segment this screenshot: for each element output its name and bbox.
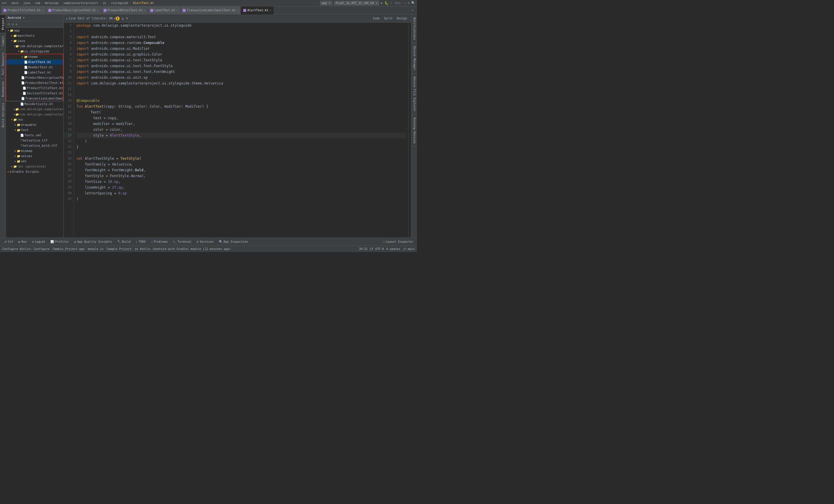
- tree-item-alerttext[interactable]: 📄 AlertText.kt: [6, 59, 63, 65]
- tab-product-detail[interactable]: ProductDetailText.kt ×: [101, 6, 148, 15]
- tree-item-manifests[interactable]: ▶ 📁 manifests: [6, 33, 63, 38]
- tree-item-android-test[interactable]: ▶ 📁 com.delasign.samplestarterproject (a…: [6, 107, 63, 112]
- tree-item-headertext[interactable]: 📄 HeaderText.kt: [6, 65, 63, 70]
- tab-product-title[interactable]: ProductTitleText.kt ×: [1, 6, 46, 15]
- tree-item-app[interactable]: ▼ 📁 app: [6, 28, 63, 33]
- tree-item-values[interactable]: ▶ 📁 values: [6, 153, 63, 159]
- device-manager-tab[interactable]: Device Manager: [412, 43, 417, 73]
- tree-item-fontsxml[interactable]: 📄 fonts.xml: [6, 133, 63, 138]
- xml-file-icon: 📄: [20, 134, 24, 137]
- tree-item-com-delasign[interactable]: ▼ 📁 com.delasign.samplestarterproject: [6, 43, 63, 49]
- breadcrumb-src[interactable]: src: [2, 1, 7, 5]
- split-view-btn[interactable]: Split: [382, 16, 394, 21]
- tree-item-ui-styleguide[interactable]: ▼ 📁 ui.styleguide: [6, 49, 63, 54]
- tab-close-alert-text[interactable]: ×: [270, 9, 271, 12]
- project-tab[interactable]: Project: [0, 15, 5, 33]
- todo-bottom-tab[interactable]: ✓ TODO: [133, 238, 148, 246]
- breadcrumb-com[interactable]: com: [35, 1, 40, 5]
- build-bottom-tab[interactable]: 🔨 Build: [115, 238, 133, 246]
- tree-item-xml[interactable]: ▶ 📁 xml: [6, 159, 63, 164]
- tree-item-producttitle[interactable]: 📄 ProductTitleText.kt: [6, 85, 63, 91]
- breadcrumb-styleguide[interactable]: styleguide: [111, 1, 128, 5]
- tree-item-sectiontitle[interactable]: 📄 SectionTitleText.kt: [6, 91, 63, 96]
- settings-icon[interactable]: ⚙: [408, 1, 410, 5]
- tree-item-transactionlabel[interactable]: 📄 TransactionLabelSmallText.kt: [6, 96, 63, 101]
- code-view-btn[interactable]: Code: [371, 16, 382, 21]
- cursor-position[interactable]: 20:32: [359, 247, 368, 251]
- settings-panel-icon[interactable]: ⚙: [15, 22, 18, 27]
- git-bottom-tab[interactable]: ⎇ Git: [1, 238, 16, 246]
- tree-item-productdetail[interactable]: 📄 ProductDetailText.kt: [6, 80, 63, 85]
- layout-inspector-tab[interactable]: ⬚ Layout Inspector: [380, 238, 416, 246]
- tab-transaction-label[interactable]: TransactionLabelSmallText.kt ×: [180, 6, 241, 15]
- run-bottom-tab[interactable]: ▶ Run: [16, 238, 29, 246]
- profiler-bottom-tab[interactable]: 📊 Profiler: [48, 238, 71, 246]
- tree-item-helvetica-bold-ttf[interactable]: T helvetica_bold.ttf: [6, 143, 63, 148]
- design-view-btn[interactable]: Design: [395, 16, 409, 21]
- down-arrow[interactable]: ▼: [126, 17, 128, 20]
- tab-product-desc[interactable]: ProductDescriptionText.kt ×: [46, 6, 101, 15]
- tab-close-transaction-label[interactable]: ×: [237, 9, 238, 12]
- services-bottom-tab[interactable]: ⚙ Services: [195, 238, 216, 246]
- tab-close-label-text[interactable]: ×: [176, 9, 178, 12]
- tab-close-product-title[interactable]: ×: [42, 9, 43, 12]
- live-edit-toggle[interactable]: ✏ Live Edit of literals: ON ▾: [66, 17, 115, 20]
- code-line-22: }: [76, 144, 406, 150]
- app-inspection-tab[interactable]: 🔍 App Inspection: [217, 238, 250, 246]
- breadcrumb-delasign[interactable]: delasign: [45, 1, 59, 5]
- bookmarks-tab[interactable]: Bookmarks: [0, 78, 5, 100]
- tree-item-helvetica-ttf[interactable]: T helvetica.ttf: [6, 138, 63, 143]
- search-icon[interactable]: 🔍: [411, 1, 415, 5]
- profile-btn[interactable]: ⚡: [390, 1, 392, 5]
- tree-item-productdesc[interactable]: 📄 ProductDescriptionText.kt: [6, 75, 63, 80]
- editor-area: ✏ Live Edit of literals: ON ▾ 1 ▲ ▼ Code…: [64, 15, 411, 237]
- running-devices-tab[interactable]: Running Devices: [412, 115, 417, 147]
- recent-files-btn[interactable]: ▾: [410, 8, 415, 13]
- breadcrumb-project[interactable]: samplestarterproject: [63, 1, 98, 5]
- terminal-bottom-tab[interactable]: >_ Terminal: [171, 238, 194, 246]
- tab-alert-text[interactable]: AlertText.kt ×: [241, 6, 273, 15]
- indent-info[interactable]: 4 spaces: [386, 247, 400, 251]
- tree-item-java[interactable]: ▼ 📁 java: [6, 38, 63, 43]
- tree-item-res-generated[interactable]: ▶ 📁 res (generated): [6, 164, 63, 169]
- tree-item-res[interactable]: ▼ 📁 res: [6, 117, 63, 122]
- problems-bottom-tab[interactable]: ⚠ Problems: [149, 238, 170, 246]
- code-content[interactable]: package com.delasign.samplestarterprojec…: [74, 23, 408, 237]
- status-right: 20:32 LF UTF-8 4 spaces ⎇ main: [359, 247, 415, 251]
- build-variants-tab[interactable]: Build Variants: [0, 100, 5, 130]
- tree-item-mainactivity[interactable]: 📄 MainActivity.kt: [6, 101, 63, 107]
- tree-item-mipmap[interactable]: ▶ 📁 mipmap: [6, 148, 63, 153]
- up-arrow[interactable]: ▲: [122, 17, 124, 20]
- pull-requests-tab[interactable]: Pull Requests: [0, 49, 5, 78]
- tab-close-product-detail[interactable]: ×: [144, 9, 145, 12]
- device-file-explorer-tab[interactable]: Device File Explorer: [412, 74, 417, 115]
- collapse-icon[interactable]: ⊟: [11, 22, 15, 27]
- breadcrumb-java[interactable]: java: [23, 1, 30, 5]
- run-config-dropdown[interactable]: app ▾: [320, 1, 332, 5]
- breadcrumb-main[interactable]: main: [12, 1, 19, 5]
- debug-btn[interactable]: 🐛: [385, 1, 389, 5]
- git-branch[interactable]: ⎇ main: [402, 247, 415, 251]
- breadcrumb-ui[interactable]: ui: [103, 1, 106, 5]
- commit-tab[interactable]: Commit: [0, 33, 5, 49]
- tree-item-test[interactable]: ▶ 📁 com.delasign.samplestarterproject (t…: [6, 112, 63, 117]
- git-tab-label: Git: [8, 240, 13, 243]
- tree-item-drawable[interactable]: ▶ 📁 drawable: [6, 122, 63, 127]
- logcat-bottom-tab[interactable]: ≡ Logcat: [29, 238, 47, 246]
- breadcrumb-file[interactable]: AlertText.kt: [133, 1, 154, 5]
- app-quality-tab[interactable]: ◈ App Quality Insights: [72, 238, 114, 246]
- tab-label-text[interactable]: LabelText.kt ×: [148, 6, 181, 15]
- tree-item-theme[interactable]: ▶ 📁 theme: [6, 54, 63, 59]
- tree-item-font[interactable]: ▼ 📁 font: [6, 127, 63, 133]
- tree-item-gradle[interactable]: ▶ ⚙ Gradle Scripts: [6, 169, 63, 174]
- git-check[interactable]: ✓: [404, 1, 406, 5]
- tab-close-product-desc[interactable]: ×: [97, 9, 98, 12]
- tree-item-labeltext[interactable]: 📄 LabelText.kt: [6, 70, 63, 75]
- notifications-tab[interactable]: Notifications: [412, 15, 417, 43]
- android-dropdown[interactable]: Android ▾: [7, 16, 25, 20]
- sync-icon[interactable]: ⟳: [7, 22, 11, 27]
- play-btn[interactable]: ▶: [381, 1, 383, 5]
- device-dropdown[interactable]: Pixel_3a_API_33_x86_64 ▾: [334, 1, 379, 5]
- line-endings[interactable]: LF UTF-8: [370, 247, 384, 251]
- expand-arrow: ▶: [10, 34, 13, 37]
